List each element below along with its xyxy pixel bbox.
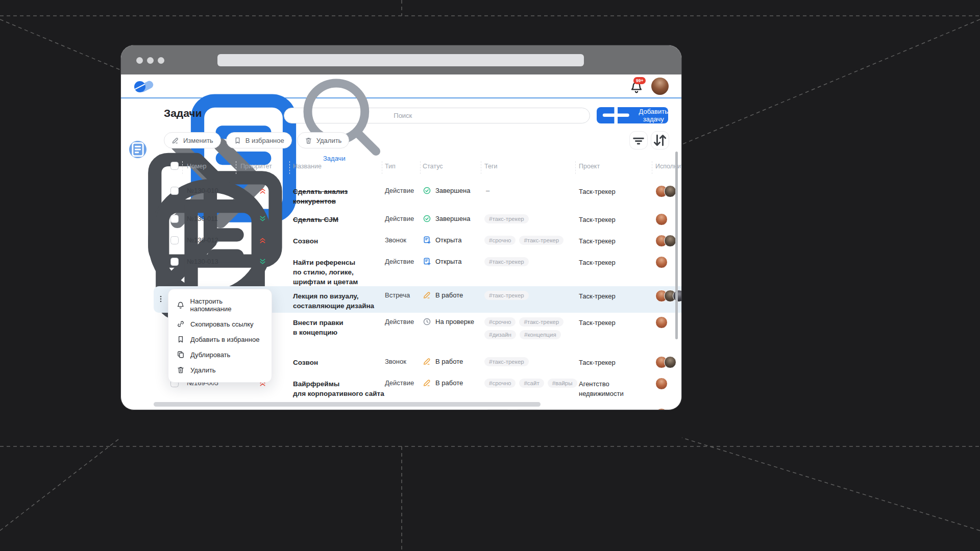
task-number: №130-013 [187, 258, 218, 265]
column-separator [289, 161, 290, 174]
task-title: Найти референсы по стилю, логике, шрифта… [293, 258, 390, 287]
row-checkbox[interactable] [170, 410, 179, 410]
assignee-avatars [655, 378, 668, 390]
vertical-scrollbar[interactable] [675, 152, 678, 339]
task-type: Звонок [385, 358, 406, 365]
table-row[interactable]: №130-013Найти референсы по стилю, логике… [121, 253, 682, 286]
priority-down-icon [259, 258, 266, 265]
project-name: Таск-трекер [579, 291, 648, 301]
table-row[interactable]: №130-011Сделать CJMДействиеЗавершена#так… [121, 210, 682, 231]
window-control-dot[interactable] [147, 57, 154, 64]
row-menu-kebab-icon[interactable] [157, 293, 165, 305]
profile-avatar[interactable] [651, 78, 669, 95]
toolbar-button-label: Изменить [183, 137, 213, 144]
task-title: Вайрфреймы для корпоративного сайта [293, 379, 390, 398]
duplicate-icon [177, 350, 185, 359]
window-control-dot[interactable] [136, 57, 143, 64]
assignee-avatar [655, 408, 668, 410]
bookmark-icon [177, 335, 185, 343]
column-header: Исполнитель [655, 163, 682, 170]
tag-list: #срочно#такс-трекер [484, 236, 579, 245]
column-separator [652, 161, 652, 174]
row-checkbox[interactable] [170, 258, 179, 266]
assignee-avatars [655, 316, 668, 329]
notification-badge: 99+ [633, 77, 646, 84]
status-open-icon [423, 409, 431, 410]
assignee-avatar [655, 378, 668, 390]
tag-pill: #срочно [484, 379, 516, 388]
table-row[interactable]: №130-012СозвонЗвонокОткрыта#срочно#такс-… [121, 231, 682, 253]
table-row[interactable]: №130-010Сделать анализ конкурентовДейств… [121, 182, 682, 210]
menu-item-copy-link[interactable]: Скопировать ссылку [168, 316, 272, 332]
row-checkbox[interactable] [170, 236, 179, 244]
status-progress-icon [423, 291, 431, 299]
select-all-checkbox[interactable] [170, 162, 179, 170]
column-header: Проект [579, 163, 600, 170]
assignee-avatars [655, 408, 668, 410]
project-name: Таск-трекер [579, 236, 648, 246]
project-name: Таск-трекер [579, 258, 648, 267]
window-controls[interactable] [136, 57, 164, 64]
tag-list [484, 409, 579, 410]
tag-list: #такс-трекер [484, 291, 579, 300]
search-input[interactable] [394, 112, 583, 119]
notifications-button[interactable]: 99+ [628, 81, 645, 94]
bookmark-icon [234, 137, 241, 144]
tag-list: #такс-трекер [484, 257, 579, 266]
menu-item-duplicate[interactable]: Дублировать [168, 347, 272, 362]
sort-button[interactable] [651, 131, 669, 149]
status-label: Завершена [435, 187, 470, 194]
tags-empty-dash: – [486, 187, 489, 194]
task-type: Звонок [385, 236, 406, 244]
project-name: Таск-трекер [579, 187, 648, 196]
menu-item-add-favorite[interactable]: Добавить в избранное [168, 332, 272, 347]
status-done-icon [423, 214, 431, 223]
browser-titlebar [121, 45, 681, 74]
assignee-avatar [655, 316, 668, 329]
logo-circle-shape [134, 81, 145, 92]
tag-pill: #такс-трекер [484, 291, 529, 300]
assignee-avatars [655, 290, 682, 302]
column-header: Номер [187, 163, 206, 170]
priority-up-icon [259, 237, 266, 244]
favorite-button[interactable]: В избранное [226, 132, 292, 148]
column-header: Статус [423, 163, 443, 170]
page-title: Задачи [164, 107, 202, 119]
task-title: Лекция по визуалу, составляющие дизайна [293, 291, 390, 311]
address-bar[interactable] [217, 54, 584, 66]
trash-icon [177, 366, 185, 374]
column-separator [420, 161, 421, 174]
column-header: Название [293, 163, 322, 170]
link-icon [177, 320, 185, 328]
menu-item-set-reminder[interactable]: Настроить напоминание [168, 294, 272, 316]
bulk-actions-toolbar: ИзменитьВ избранноеУдалить [164, 132, 349, 148]
tag-pill: #дизайн [484, 330, 516, 339]
assignee-avatar [655, 256, 668, 268]
task-title: Сделать анализ конкурентов [293, 187, 390, 206]
project-name: Таск-трекер [579, 358, 648, 367]
menu-item-delete[interactable]: Удалить [168, 362, 272, 378]
app-logo [134, 80, 154, 93]
add-task-button[interactable]: Добавить задачу [597, 107, 668, 123]
project-name: Агентство [579, 410, 648, 410]
sidebar-item-tasks-active[interactable] [129, 141, 146, 158]
edit-button[interactable]: Изменить [164, 132, 221, 148]
task-type: Действие [385, 187, 414, 194]
plus-icon [597, 96, 635, 135]
delete-button[interactable]: Удалить [297, 132, 350, 148]
filter-button[interactable] [629, 131, 648, 149]
window-control-dot[interactable] [158, 57, 164, 64]
horizontal-scrollbar[interactable] [154, 402, 541, 407]
toolbar-button-label: Удалить [316, 137, 342, 144]
assignee-avatar [664, 185, 676, 197]
assignee-avatars [655, 213, 668, 226]
tag-pill: #концепция [520, 330, 561, 339]
row-checkbox[interactable] [170, 215, 179, 223]
row-checkbox[interactable] [170, 187, 179, 195]
task-type: Действие [385, 215, 414, 222]
status-done-icon [423, 186, 431, 195]
pencil-icon [172, 137, 179, 144]
search-icon [290, 66, 389, 165]
row-context-menu: Настроить напоминаниеСкопировать ссылкуД… [168, 289, 272, 383]
status-progress-icon [423, 379, 431, 387]
